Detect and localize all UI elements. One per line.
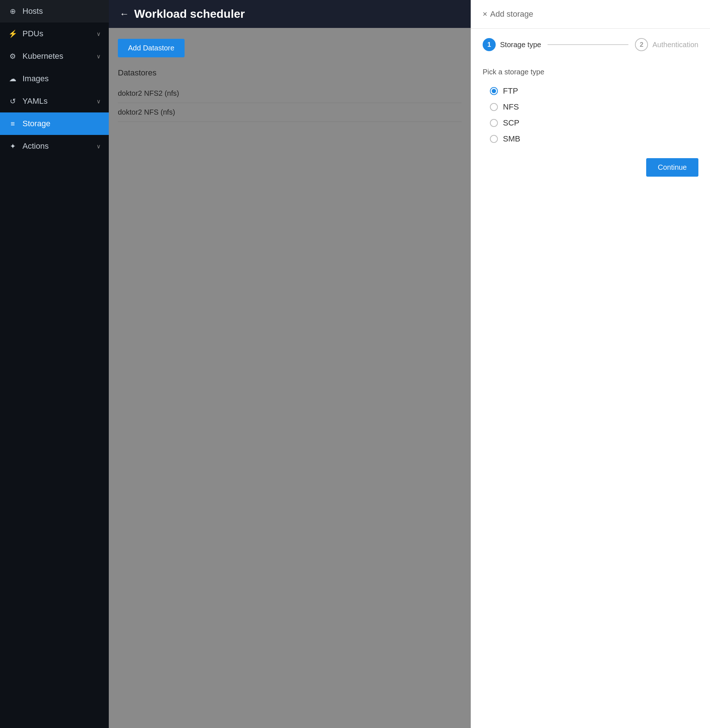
sidebar: ⊕ Hosts ⚡ PDUs ∨ ⚙ Kubernetes ∨ ☁ Images… — [0, 0, 109, 728]
close-icon: × — [483, 9, 487, 19]
datastores-heading: Datastores — [118, 68, 462, 78]
step-2: 2 Authentication — [635, 38, 698, 51]
images-icon: ☁ — [8, 74, 18, 83]
radio-scp[interactable] — [490, 119, 498, 127]
sidebar-item-label: Images — [22, 74, 101, 84]
back-button[interactable]: ← — [120, 8, 129, 20]
pick-storage-label: Pick a storage type — [483, 68, 698, 76]
sidebar-item-hosts[interactable]: ⊕ Hosts — [0, 0, 109, 22]
ftp-label: FTP — [503, 86, 518, 96]
stepper: 1 Storage type 2 Authentication — [471, 29, 710, 60]
actions-icon: ✦ — [8, 142, 18, 151]
sidebar-item-label: Actions — [22, 141, 91, 151]
chevron-down-icon: ∨ — [97, 31, 101, 37]
sidebar-item-label: Hosts — [22, 7, 101, 16]
sidebar-item-actions[interactable]: ✦ Actions ∨ — [0, 135, 109, 157]
add-storage-panel: × Add storage 1 Storage type 2 Authentic… — [471, 0, 710, 728]
hosts-icon: ⊕ — [8, 7, 18, 16]
step-1: 1 Storage type — [483, 38, 541, 51]
step-1-label: Storage type — [500, 41, 541, 49]
sidebar-item-label: PDUs — [22, 29, 91, 38]
panel-header: × Add storage — [471, 0, 710, 29]
storage-type-scp[interactable]: SCP — [490, 118, 698, 128]
pdus-icon: ⚡ — [8, 29, 18, 38]
chevron-down-icon: ∨ — [97, 53, 101, 60]
add-datastore-button[interactable]: Add Datastore — [118, 39, 185, 57]
main-area: ← Workload scheduler Add Datastore Datas… — [109, 0, 471, 728]
sidebar-item-images[interactable]: ☁ Images — [0, 68, 109, 90]
datastore-item[interactable]: doktor2 NFS (nfs) — [118, 103, 462, 122]
panel-title: Add storage — [490, 9, 533, 19]
datastore-item[interactable]: doktor2 NFS2 (nfs) — [118, 84, 462, 103]
panel-body: Pick a storage type FTP NFS SCP SMB — [471, 60, 710, 728]
storage-type-radio-group: FTP NFS SCP SMB — [490, 86, 698, 144]
step-2-label: Authentication — [652, 41, 698, 49]
radio-smb[interactable] — [490, 135, 498, 143]
step-2-circle: 2 — [635, 38, 648, 51]
main-header: ← Workload scheduler — [109, 0, 471, 28]
storage-type-ftp[interactable]: FTP — [490, 86, 698, 96]
sidebar-item-kubernetes[interactable]: ⚙ Kubernetes ∨ — [0, 45, 109, 68]
scp-label: SCP — [503, 118, 519, 128]
storage-type-smb[interactable]: SMB — [490, 134, 698, 144]
radio-nfs[interactable] — [490, 103, 498, 111]
radio-ftp[interactable] — [490, 87, 498, 95]
storage-type-nfs[interactable]: NFS — [490, 102, 698, 112]
sidebar-item-pdus[interactable]: ⚡ PDUs ∨ — [0, 22, 109, 45]
sidebar-item-label: YAMLs — [22, 97, 91, 106]
sidebar-item-label: Kubernetes — [22, 51, 91, 61]
sidebar-item-label: Storage — [22, 119, 101, 128]
storage-icon: ≡ — [8, 120, 18, 128]
sidebar-item-yamls[interactable]: ↺ YAMLs ∨ — [0, 90, 109, 113]
sidebar-item-storage[interactable]: ≡ Storage — [0, 113, 109, 135]
yamls-icon: ↺ — [8, 97, 18, 106]
page-title: Workload scheduler — [134, 7, 245, 21]
step-connector — [547, 44, 628, 45]
close-button[interactable]: × Add storage — [483, 9, 533, 19]
nfs-label: NFS — [503, 102, 519, 112]
chevron-down-icon: ∨ — [97, 98, 101, 105]
step-1-circle: 1 — [483, 38, 496, 51]
chevron-down-icon: ∨ — [97, 143, 101, 150]
main-content: Add Datastore Datastores doktor2 NFS2 (n… — [109, 28, 471, 728]
kubernetes-icon: ⚙ — [8, 52, 18, 60]
smb-label: SMB — [503, 134, 520, 144]
continue-button[interactable]: Continue — [646, 158, 698, 177]
